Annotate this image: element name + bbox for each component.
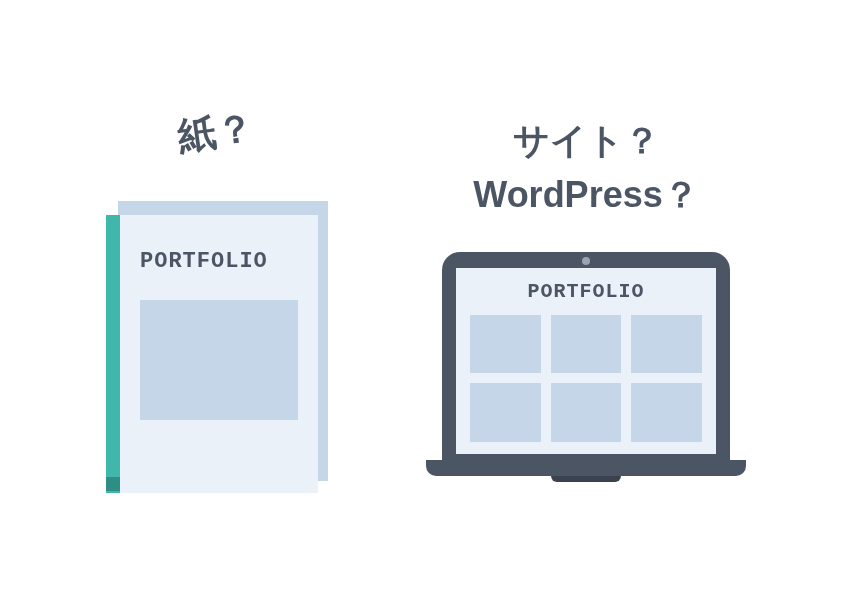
book-spine-corner xyxy=(106,477,120,491)
laptop-foot xyxy=(551,476,621,482)
grid-cell xyxy=(631,383,702,442)
laptop-camera-icon xyxy=(582,257,590,265)
laptop-screen: PORTFOLIO xyxy=(456,268,716,454)
option-site: サイト？ WordPress？ PORTFOLIO xyxy=(426,114,746,482)
laptop-base xyxy=(426,460,746,476)
laptop-body: PORTFOLIO xyxy=(442,252,730,462)
screen-title: PORTFOLIO xyxy=(470,280,702,303)
grid-cell xyxy=(631,315,702,374)
grid-cell xyxy=(551,383,622,442)
portfolio-grid xyxy=(470,315,702,442)
grid-cell xyxy=(470,383,541,442)
diagram-root: 紙？ PORTFOLIO サイト？ WordPress？ PORTFOLIO xyxy=(0,0,842,595)
book-content-block xyxy=(140,300,298,420)
grid-cell xyxy=(470,315,541,374)
heading-site: サイト？ WordPress？ xyxy=(473,114,698,222)
book-front-cover: PORTFOLIO xyxy=(106,215,318,493)
heading-paper: 紙？ xyxy=(174,99,257,166)
heading-site-line2: WordPress？ xyxy=(473,168,698,222)
book-icon: PORTFOLIO xyxy=(96,201,336,491)
book-title: PORTFOLIO xyxy=(140,249,298,274)
grid-cell xyxy=(551,315,622,374)
laptop-icon: PORTFOLIO xyxy=(426,252,746,482)
option-paper: 紙？ PORTFOLIO xyxy=(96,104,336,491)
heading-site-line1: サイト？ xyxy=(473,114,698,168)
